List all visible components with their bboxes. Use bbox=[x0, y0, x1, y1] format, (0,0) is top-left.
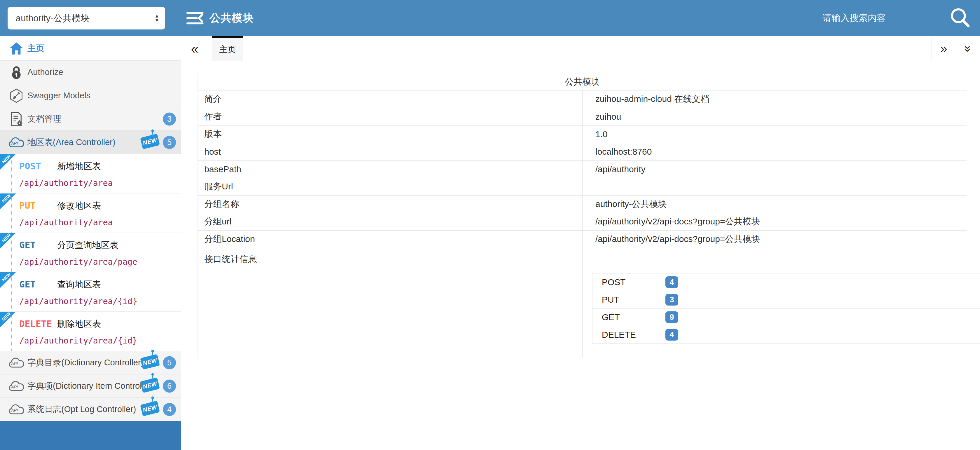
svg-text:API: API bbox=[11, 408, 18, 412]
row-value: 1.0 bbox=[582, 126, 967, 143]
count-badge: 6 bbox=[163, 379, 176, 393]
stats-method: POST bbox=[592, 273, 656, 291]
main-content: « 主页 » » 公共模块 简介 zuihou-admin-cloud 在线文档… bbox=[181, 36, 980, 450]
row-value: localhost:8760 bbox=[582, 143, 967, 161]
lock-icon bbox=[8, 65, 25, 80]
row-value: /api/authority/v2/api-docs?group=公共模块 bbox=[582, 213, 967, 231]
stats-method: PUT bbox=[592, 291, 656, 308]
cloud-api-icon: API bbox=[8, 380, 25, 392]
row-value: zuihou bbox=[582, 108, 967, 126]
sidebar-controller-dictionary[interactable]: API 字典目录(Dictionary Controller) NEW 5 bbox=[0, 351, 181, 374]
stats-count-cell: 9 bbox=[656, 308, 980, 326]
row-label: 版本 bbox=[198, 126, 582, 143]
table-row: 简介 zuihou-admin-cloud 在线文档 bbox=[198, 91, 967, 108]
tab-strip-spacer bbox=[243, 36, 932, 61]
endpoint-title: 新增地区表 bbox=[57, 161, 101, 172]
tab-label: 主页 bbox=[219, 44, 236, 56]
module-info-table: 公共模块 简介 zuihou-admin-cloud 在线文档 作者 zuiho… bbox=[197, 73, 967, 358]
method-label: DELETE bbox=[19, 318, 57, 329]
endpoint-item-post-area[interactable]: NEW POST 新增地区表 /api/authority/area bbox=[0, 154, 181, 194]
row-value: /api/authority/v2/api-docs?group=公共模块 bbox=[582, 231, 967, 248]
new-badge: NEW bbox=[140, 354, 160, 369]
sidebar-controller-opt-log[interactable]: API 系统日志(Opt Log Controller) NEW 4 bbox=[0, 398, 181, 421]
sidebar-item-home[interactable]: 主页 bbox=[0, 36, 181, 61]
sidebar-item-swagger-models[interactable]: Swagger Models bbox=[0, 84, 181, 107]
count-badge: 5 bbox=[163, 356, 176, 369]
endpoint-title: 删除地区表 bbox=[57, 318, 101, 330]
stats-count-cell: 4 bbox=[656, 326, 980, 343]
group-select-wrap: authority-公共模块 ▲▼ bbox=[8, 7, 165, 29]
row-value: zuihou-admin-cloud 在线文档 bbox=[582, 91, 967, 108]
tab-home[interactable]: 主页 bbox=[212, 36, 243, 61]
new-badge: NEW bbox=[140, 377, 160, 393]
sidebar-item-label: Authorize bbox=[27, 67, 63, 77]
row-label: 简介 bbox=[198, 91, 582, 108]
row-label: 分组Location bbox=[198, 231, 582, 248]
endpoint-path: /api/authority/area/{id} bbox=[19, 336, 181, 345]
group-select[interactable]: authority-公共模块 bbox=[8, 7, 165, 29]
table-row: host localhost:8760 bbox=[198, 143, 967, 161]
row-label: 接口统计信息 bbox=[198, 248, 582, 358]
page-title: 公共模块 bbox=[210, 11, 254, 25]
search-input[interactable] bbox=[822, 13, 948, 24]
document-gear-icon bbox=[8, 111, 25, 127]
stats-method: DELETE bbox=[592, 326, 656, 343]
tabs-collapse-down-icon[interactable]: » bbox=[956, 36, 980, 61]
row-label: 服务Url bbox=[198, 178, 582, 196]
endpoint-title: 查询地区表 bbox=[57, 279, 101, 291]
top-header-bar: authority-公共模块 ▲▼ 公共模块 bbox=[0, 0, 980, 36]
table-header-row: 公共模块 bbox=[198, 73, 967, 91]
tab-strip: « 主页 » » bbox=[181, 36, 980, 61]
method-label: PUT bbox=[19, 200, 57, 211]
table-row: 版本 1.0 bbox=[198, 126, 967, 143]
sidebar-controller-area[interactable]: API 地区表(Area Controller) NEW 5 bbox=[0, 131, 181, 154]
row-label: 分组url bbox=[198, 213, 582, 231]
search-icon[interactable] bbox=[948, 6, 972, 30]
table-row: 分组url /api/authority/v2/api-docs?group=公… bbox=[198, 213, 967, 231]
method-label: GET bbox=[19, 279, 57, 289]
sidebar-item-doc-manage[interactable]: 文档管理 3 bbox=[0, 107, 181, 131]
endpoint-title: 修改地区表 bbox=[57, 200, 101, 212]
method-label: GET bbox=[19, 240, 57, 250]
sidebar-menu: 主页 Authorize bbox=[0, 36, 181, 421]
row-label: host bbox=[198, 143, 582, 161]
app-logo-icon bbox=[186, 10, 204, 26]
endpoint-path: /api/authority/area/{id} bbox=[19, 296, 181, 306]
stats-cell: POST 4 PUT 3 bbox=[582, 248, 967, 358]
row-value: /api/authority bbox=[582, 161, 967, 178]
endpoint-item-put-area[interactable]: NEW PUT 修改地区表 /api/authority/area bbox=[0, 194, 181, 233]
stats-count-cell: 4 bbox=[656, 273, 980, 291]
stats-row: DELETE 4 bbox=[592, 326, 980, 343]
sidebar-item-label: Swagger Models bbox=[27, 91, 91, 100]
endpoint-item-delete-id[interactable]: NEW DELETE 删除地区表 /api/authority/area/{id… bbox=[0, 312, 181, 351]
home-icon bbox=[8, 41, 25, 56]
sidebar-item-authorize[interactable]: Authorize bbox=[0, 61, 181, 84]
table-row: 服务Url bbox=[198, 178, 967, 196]
table-title: 公共模块 bbox=[198, 73, 967, 91]
row-label: basePath bbox=[198, 161, 582, 178]
stats-count-cell: 3 bbox=[656, 291, 980, 308]
sidebar-controller-dictionary-item[interactable]: API 字典项(Dictionary Item Controller) NEW … bbox=[0, 374, 181, 398]
stats-count-badge: 4 bbox=[665, 277, 678, 288]
new-badge: NEW bbox=[140, 401, 160, 416]
svg-text:API: API bbox=[11, 141, 18, 145]
tabs-scroll-left-icon[interactable]: « bbox=[181, 36, 208, 61]
endpoint-item-get-page[interactable]: NEW GET 分页查询地区表 /api/authority/area/page bbox=[0, 233, 181, 272]
tabs-scroll-right-icon[interactable]: » bbox=[932, 36, 956, 61]
table-row-stats: 接口统计信息 POST 4 PUT bbox=[198, 248, 967, 358]
endpoint-list: NEW POST 新增地区表 /api/authority/area NEW P… bbox=[0, 154, 181, 351]
stats-count-badge: 4 bbox=[665, 329, 678, 340]
endpoint-item-get-id[interactable]: NEW GET 查询地区表 /api/authority/area/{id} bbox=[0, 272, 181, 312]
count-badge: 4 bbox=[163, 403, 176, 416]
row-value bbox=[582, 178, 967, 196]
sidebar-item-label: 文档管理 bbox=[27, 113, 61, 125]
method-stats-table: POST 4 PUT 3 bbox=[592, 273, 980, 343]
svg-text:API: API bbox=[11, 384, 18, 389]
hexagon-models-icon bbox=[8, 88, 25, 103]
row-label: 分组名称 bbox=[198, 196, 582, 213]
swagger-bootstrap-ui-app: authority-公共模块 ▲▼ 公共模块 bbox=[0, 0, 980, 450]
new-ribbon-icon: NEW bbox=[0, 312, 16, 328]
method-label: POST bbox=[19, 161, 57, 171]
stats-row: POST 4 bbox=[592, 273, 980, 291]
new-ribbon-icon: NEW bbox=[0, 154, 16, 170]
